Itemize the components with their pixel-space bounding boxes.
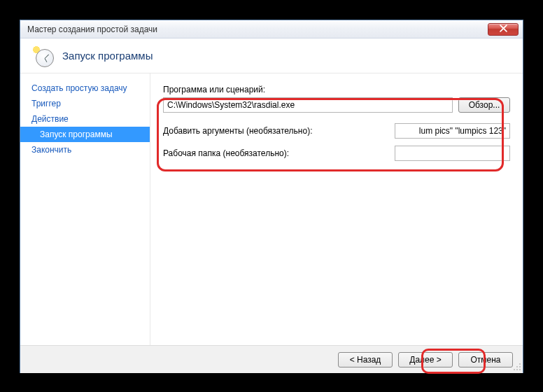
- program-label: Программа или сценарий:: [163, 85, 510, 94]
- back-button[interactable]: < Назад: [338, 352, 393, 368]
- svg-point-0: [519, 363, 521, 365]
- wizard-content: Программа или сценарий: Обзор... Добавит…: [150, 74, 523, 345]
- titlebar[interactable]: Мастер создания простой задачи: [20, 20, 523, 38]
- step-trigger[interactable]: Триггер: [20, 96, 150, 111]
- close-button[interactable]: [488, 23, 519, 36]
- svg-point-3: [514, 369, 515, 370]
- svg-point-1: [516, 366, 518, 368]
- browse-button[interactable]: Обзор...: [458, 97, 510, 113]
- scheduler-icon: [31, 45, 54, 67]
- svg-point-2: [519, 366, 521, 368]
- startin-input[interactable]: [395, 146, 510, 161]
- window-title: Мастер создания простой задачи: [27, 24, 488, 34]
- page-title: Запуск программы: [62, 50, 153, 62]
- arguments-input[interactable]: [395, 123, 510, 139]
- arguments-label: Добавить аргументы (необязательно):: [163, 126, 312, 136]
- step-create[interactable]: Создать простую задачу: [20, 80, 150, 96]
- step-action[interactable]: Действие: [20, 111, 150, 127]
- wizard-window: Мастер создания простой задачи Запуск пр…: [20, 20, 523, 373]
- svg-point-5: [519, 369, 521, 370]
- next-button[interactable]: Далее >: [398, 352, 453, 368]
- wizard-sidebar: Создать простую задачу Триггер Действие …: [20, 74, 150, 345]
- step-finish[interactable]: Закончить: [20, 142, 150, 158]
- startin-label: Рабочая папка (необязательно):: [163, 148, 289, 158]
- svg-point-4: [516, 369, 518, 370]
- program-input[interactable]: [163, 97, 453, 113]
- close-icon: [500, 24, 507, 34]
- cancel-button[interactable]: Отмена: [458, 352, 513, 368]
- step-start-program[interactable]: Запуск программы: [20, 127, 150, 142]
- resize-grip-icon[interactable]: [512, 361, 521, 371]
- wizard-header: Запуск программы: [20, 38, 523, 74]
- wizard-footer: < Назад Далее > Отмена: [20, 345, 523, 373]
